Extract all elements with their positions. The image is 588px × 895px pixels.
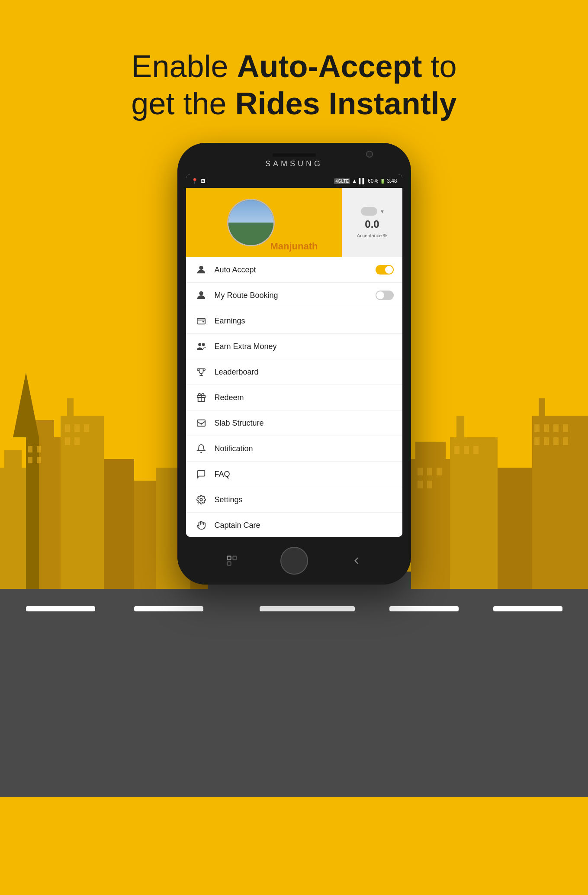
- menu-item-leaderboard[interactable]: Leaderboard: [186, 359, 402, 385]
- auto-accept-label: Auto Accept: [215, 265, 369, 275]
- headline-line2: get the Rides Instantly: [131, 86, 456, 121]
- svg-rect-34: [464, 446, 469, 454]
- background-bottom: [0, 797, 588, 895]
- headline-section: Enable Auto-Accept to get the Rides Inst…: [0, 48, 588, 123]
- wifi-icon: ▲: [352, 178, 357, 184]
- menu-section: Auto Accept My Route Booking Ear: [186, 257, 402, 537]
- svg-marker-7: [13, 372, 39, 437]
- headline-bold2: Rides Instantly: [235, 86, 457, 121]
- svg-rect-43: [563, 437, 568, 445]
- svg-rect-53: [227, 556, 231, 560]
- svg-rect-33: [454, 446, 459, 454]
- menu-item-redeem[interactable]: Redeem: [186, 385, 402, 410]
- leaderboard-label: Leaderboard: [215, 368, 394, 377]
- svg-rect-1: [4, 450, 22, 468]
- faq-label: FAQ: [215, 470, 394, 479]
- people-icon: [195, 340, 208, 353]
- svg-rect-32: [427, 481, 432, 488]
- wallet-icon: [195, 314, 208, 327]
- notification-label: Notification: [215, 444, 394, 453]
- front-camera: [366, 151, 373, 158]
- menu-item-earnings[interactable]: Earnings: [186, 308, 402, 334]
- svg-rect-40: [534, 437, 540, 445]
- menu-item-slab[interactable]: Slab Structure: [186, 410, 402, 436]
- svg-rect-10: [37, 446, 41, 452]
- svg-rect-15: [84, 424, 89, 432]
- headline-line1: Enable Auto-Accept to: [131, 49, 456, 84]
- menu-item-notification[interactable]: Notification: [186, 436, 402, 462]
- svg-rect-31: [418, 481, 423, 488]
- nav-back-btn[interactable]: [348, 552, 365, 569]
- svg-rect-9: [28, 446, 32, 452]
- svg-rect-35: [473, 446, 479, 454]
- svg-rect-14: [74, 424, 80, 432]
- svg-rect-24: [456, 416, 464, 437]
- svg-rect-16: [65, 437, 70, 445]
- auto-accept-toggle[interactable]: [376, 265, 394, 275]
- background-road: [0, 572, 588, 797]
- svg-rect-13: [65, 424, 70, 432]
- slab-label: Slab Structure: [215, 419, 394, 428]
- acceptance-toggle[interactable]: [361, 207, 377, 216]
- road-marking: [134, 606, 203, 611]
- svg-rect-18: [134, 481, 156, 589]
- svg-rect-37: [544, 424, 549, 432]
- svg-rect-41: [544, 437, 549, 445]
- acceptance-panel: ▾ 0.0 Acceptance %: [342, 188, 402, 257]
- svg-rect-46: [197, 319, 205, 324]
- profile-avatar: [227, 199, 275, 246]
- hand-icon: [195, 519, 208, 532]
- menu-item-route-booking[interactable]: My Route Booking: [186, 283, 402, 308]
- acceptance-label: Acceptance %: [357, 233, 387, 238]
- samsung-brand: SAMSUNG: [265, 159, 323, 168]
- network-label: 4GLTE: [334, 178, 350, 184]
- acceptance-value: 0.0: [365, 218, 379, 230]
- menu-item-earn-extra[interactable]: Earn Extra Money: [186, 334, 402, 359]
- nav-home-btn[interactable]: [280, 547, 308, 575]
- svg-rect-28: [418, 468, 423, 475]
- settings-label: Settings: [215, 495, 394, 504]
- svg-rect-21: [411, 459, 450, 589]
- chevron-down-icon: ▾: [381, 208, 384, 215]
- svg-rect-27: [539, 398, 545, 416]
- acceptance-toggle-row: ▾: [361, 207, 384, 216]
- svg-rect-17: [74, 437, 80, 445]
- svg-point-44: [199, 266, 203, 270]
- battery-icon: 🔋: [380, 179, 385, 184]
- menu-item-faq[interactable]: FAQ: [186, 462, 402, 487]
- svg-point-47: [198, 343, 201, 346]
- menu-item-settings[interactable]: Settings: [186, 487, 402, 513]
- phone-bottom-nav: [177, 537, 411, 585]
- route-booking-label: My Route Booking: [215, 291, 369, 300]
- battery-level: 60%: [368, 178, 378, 184]
- clock-time: 3:48: [387, 178, 397, 184]
- svg-rect-38: [553, 424, 559, 432]
- status-right-info: 4GLTE ▲ ▌▌ 60% 🔋 3:48: [334, 178, 397, 184]
- route-booking-toggle[interactable]: [376, 291, 394, 300]
- svg-point-45: [199, 291, 203, 295]
- earnings-label: Earnings: [215, 317, 394, 326]
- bell-icon: [195, 442, 208, 455]
- captain-care-label: Captain Care: [215, 521, 394, 530]
- phone-shell: SAMSUNG 📍 🖼 4GLTE ▲ ▌▌ 60% 🔋 3:48: [177, 143, 411, 585]
- svg-rect-36: [534, 424, 540, 432]
- svg-point-48: [202, 343, 205, 346]
- road-marking: [260, 606, 355, 611]
- svg-point-51: [200, 498, 202, 501]
- location-icon: 📍: [191, 178, 198, 184]
- avatar-image: [228, 200, 273, 245]
- speaker-grill: [273, 153, 316, 157]
- nav-recent-apps-btn[interactable]: [223, 552, 241, 569]
- trophy-icon: [195, 365, 208, 378]
- menu-item-captain-care[interactable]: Captain Care: [186, 513, 402, 537]
- svg-rect-39: [563, 424, 568, 432]
- menu-item-auto-accept[interactable]: Auto Accept: [186, 257, 402, 283]
- svg-rect-30: [437, 468, 442, 475]
- svg-point-50: [200, 423, 202, 425]
- redeem-label: Redeem: [215, 393, 394, 402]
- svg-rect-11: [28, 457, 32, 463]
- svg-rect-29: [427, 468, 432, 475]
- road-marking: [493, 606, 562, 611]
- svg-rect-22: [415, 442, 446, 459]
- headline-text: Enable Auto-Accept to get the Rides Inst…: [0, 48, 588, 123]
